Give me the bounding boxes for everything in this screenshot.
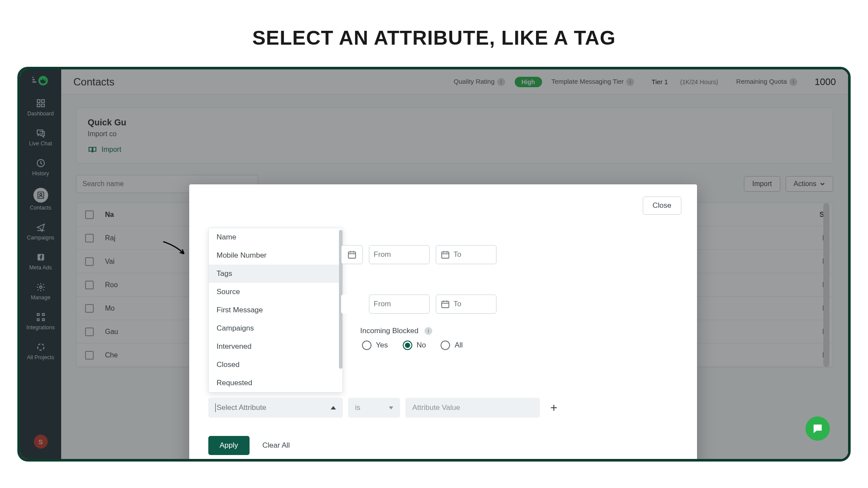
app-frame: Dashboard Live Chat History Contacts Cam… bbox=[17, 67, 851, 462]
radio-no[interactable]: No bbox=[403, 341, 426, 350]
date-range-1: From To bbox=[341, 245, 496, 264]
dropdown-option[interactable]: Name bbox=[209, 228, 342, 246]
info-icon[interactable]: i bbox=[424, 327, 432, 335]
dropdown-option[interactable]: First Message bbox=[209, 301, 342, 319]
svg-rect-19 bbox=[442, 301, 449, 308]
dropdown-option[interactable]: Requested bbox=[209, 374, 342, 392]
modal-actions: Apply Clear All bbox=[208, 436, 290, 455]
operator-select[interactable]: is bbox=[348, 398, 400, 418]
radio-all[interactable]: All bbox=[441, 341, 463, 350]
incoming-blocked-group: Incoming Blockedi Yes No All bbox=[360, 327, 463, 350]
attribute-value-input[interactable]: Attribute Value bbox=[405, 398, 540, 418]
svg-rect-18 bbox=[442, 252, 449, 259]
date-from-input-2[interactable]: From bbox=[369, 295, 430, 314]
date-to-input[interactable]: To bbox=[436, 245, 496, 264]
attribute-dropdown: NameMobile NumberTagsSourceFirst Message… bbox=[208, 228, 343, 393]
svg-rect-17 bbox=[349, 252, 356, 259]
caret-down-icon bbox=[389, 406, 393, 409]
apply-button[interactable]: Apply bbox=[208, 436, 250, 455]
attribute-select[interactable]: Select Attribute bbox=[208, 398, 343, 418]
dropdown-option[interactable]: Source bbox=[209, 283, 342, 301]
dropdown-option[interactable]: Tags bbox=[209, 265, 342, 283]
add-filter-button[interactable]: + bbox=[545, 401, 562, 415]
caret-up-icon bbox=[331, 406, 336, 409]
dropdown-option[interactable]: Intervened bbox=[209, 337, 342, 356]
close-button[interactable]: Close bbox=[643, 197, 681, 215]
calendar-icon[interactable] bbox=[341, 245, 363, 264]
chat-bubble-icon bbox=[812, 422, 824, 435]
dropdown-option[interactable]: Closed bbox=[209, 356, 342, 374]
date-to-input-2[interactable]: To bbox=[436, 295, 496, 314]
dropdown-option[interactable]: Mobile Number bbox=[209, 246, 342, 265]
radio-yes[interactable]: Yes bbox=[362, 341, 388, 350]
instruction-heading: SELECT AN ATTRIBUTE, LIKE A TAG bbox=[0, 26, 868, 49]
filter-modal: Close NameMobile NumberTagsSourceFirst M… bbox=[189, 184, 697, 462]
incoming-blocked-label: Incoming Blockedi bbox=[360, 327, 463, 335]
dropdown-option[interactable]: Campaigns bbox=[209, 319, 342, 337]
attribute-filter-row: Select Attribute is Attribute Value + bbox=[208, 398, 562, 418]
date-from-input[interactable]: From bbox=[369, 245, 430, 264]
date-range-2: From To bbox=[341, 295, 496, 314]
chat-fab[interactable] bbox=[806, 416, 830, 441]
clear-all-button[interactable]: Clear All bbox=[263, 441, 290, 450]
calendar-icon bbox=[441, 299, 450, 309]
calendar-icon bbox=[441, 250, 450, 259]
